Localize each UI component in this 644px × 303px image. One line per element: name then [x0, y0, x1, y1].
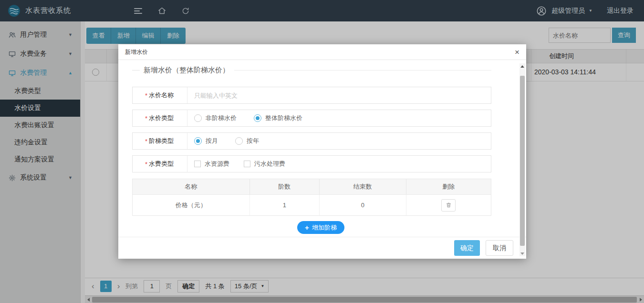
tier-col-delete: 删除: [406, 179, 491, 194]
radio-non-tiered-price[interactable]: 非阶梯水价: [194, 114, 237, 122]
modal-scrollbar[interactable]: [519, 63, 525, 256]
tier-table: 名称 阶数 结束数 删除 价格（元） 1 0: [132, 179, 491, 216]
radio-icon[interactable]: [194, 114, 202, 122]
close-icon[interactable]: ×: [515, 48, 519, 56]
confirm-button[interactable]: 确定: [454, 240, 480, 256]
radio-by-year[interactable]: 按年: [235, 137, 259, 145]
scroll-up-arrow-icon[interactable]: [519, 63, 525, 69]
price-name-label: 水价名称: [149, 91, 174, 100]
price-type-label: 水价类型: [149, 114, 174, 122]
tier-table-header: 名称 阶数 结束数 删除: [133, 179, 491, 194]
app-page: 水表营收系统 超级管理员 ▼ 退出登录: [0, 0, 644, 303]
tier-col-step: 阶数: [250, 179, 320, 194]
plus-icon: +: [305, 224, 309, 231]
tier-type-row: * 阶梯类型 按月 按年: [132, 132, 491, 150]
radio-overall-tiered-price[interactable]: 整体阶梯水价: [254, 114, 302, 122]
modal-scrollbar-thumb[interactable]: [520, 76, 525, 246]
add-water-price-modal: 新增水价 × 新增水价（整体阶梯水价） * 水价名称 * 水价类型: [118, 44, 526, 259]
required-asterisk: *: [145, 92, 147, 99]
required-asterisk: *: [145, 115, 147, 122]
checkbox-water-resource-fee[interactable]: 水资源费: [194, 160, 229, 168]
required-asterisk: *: [145, 161, 147, 168]
radio-icon[interactable]: [235, 137, 243, 145]
tier-row-step[interactable]: 1: [250, 195, 320, 215]
tier-row-end[interactable]: 0: [320, 195, 406, 215]
price-name-input[interactable]: [194, 92, 461, 99]
tier-row-name: 价格（元）: [133, 195, 250, 215]
radio-selected-icon[interactable]: [194, 137, 202, 145]
add-tier-button[interactable]: + 增加阶梯: [297, 221, 344, 234]
fee-type-label: 水费类型: [149, 160, 174, 168]
fee-type-row: * 水费类型 水资源费 污水处理费: [132, 155, 491, 172]
modal-title: 新增水价: [125, 48, 148, 56]
tier-col-end: 结束数: [320, 179, 406, 194]
modal-footer: 确定 取消: [118, 237, 526, 259]
tier-type-label: 阶梯类型: [149, 137, 174, 145]
checkbox-icon[interactable]: [194, 161, 201, 167]
radio-by-month[interactable]: 按月: [194, 137, 218, 145]
price-type-row: * 水价类型 非阶梯水价 整体阶梯水价: [132, 110, 491, 127]
checkbox-sewage-treatment-fee[interactable]: 污水处理费: [244, 160, 285, 168]
required-asterisk: *: [145, 138, 147, 145]
delete-tier-button[interactable]: [441, 199, 456, 212]
modal-header: 新增水价 ×: [118, 44, 526, 60]
tier-table-row: 价格（元） 1 0: [133, 194, 491, 215]
tier-col-name: 名称: [133, 179, 250, 194]
checkbox-icon[interactable]: [244, 161, 250, 167]
price-name-row: * 水价名称: [132, 87, 491, 104]
modal-section-title: 新增水价（整体阶梯水价）: [132, 65, 491, 75]
scroll-down-arrow-icon[interactable]: [519, 251, 525, 256]
radio-selected-icon[interactable]: [254, 114, 261, 122]
cancel-button[interactable]: 取消: [486, 240, 513, 256]
modal-body: 新增水价（整体阶梯水价） * 水价名称 * 水价类型 非阶梯水价: [118, 60, 526, 234]
trash-icon: [446, 202, 452, 208]
